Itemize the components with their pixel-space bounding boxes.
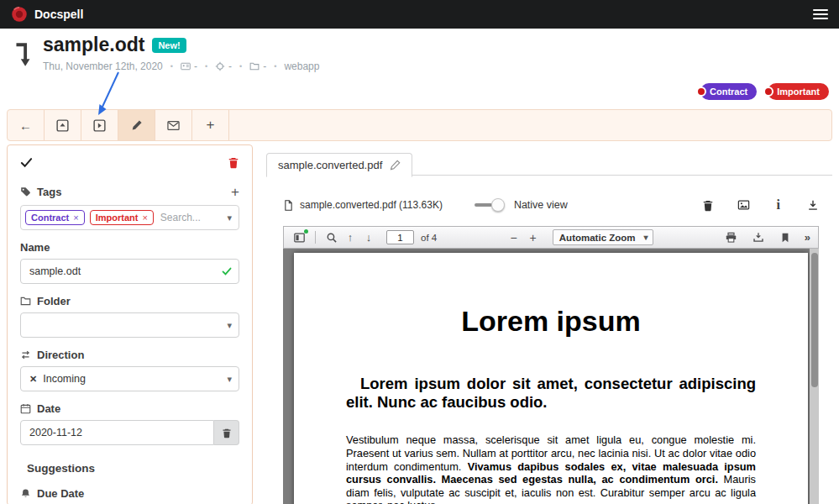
zoom-out-button[interactable]: − bbox=[506, 232, 521, 244]
bell-icon bbox=[20, 488, 31, 499]
folder-value: - bbox=[263, 60, 266, 72]
direction-select[interactable]: ✕ Incoming ▾ bbox=[20, 366, 239, 391]
clear-date-button[interactable] bbox=[214, 420, 239, 445]
tag-pill-important[interactable]: Important bbox=[768, 83, 829, 100]
chevron-down-icon: ▾ bbox=[227, 374, 232, 385]
calendar-icon bbox=[20, 403, 31, 414]
brand[interactable]: Docspell bbox=[11, 6, 83, 23]
attachment-viewer: sample.converted.pdf (113.63K) Native vi… bbox=[283, 189, 819, 504]
due-date-label: Due Date bbox=[8, 476, 252, 504]
print-icon[interactable] bbox=[722, 228, 741, 246]
zoom-value: Automatic Zoom bbox=[559, 233, 636, 243]
address-card-icon bbox=[181, 61, 191, 71]
new-badge: New! bbox=[152, 38, 186, 53]
folder-meta: - bbox=[249, 60, 266, 72]
toolbar-more-button[interactable]: » bbox=[803, 231, 812, 244]
chevron-down-icon: ▾ bbox=[227, 320, 232, 331]
bookmark-icon[interactable] bbox=[776, 228, 794, 246]
concerning-value: - bbox=[228, 60, 232, 72]
zoom-in-button[interactable]: + bbox=[526, 232, 541, 244]
pdf-next-page-button[interactable]: ↓ bbox=[359, 228, 378, 246]
pdf-toolbar: ↑ ↓ of 4 − + Automatic Zoom ▾ bbox=[283, 226, 819, 249]
remove-tag-icon[interactable]: × bbox=[73, 213, 78, 223]
back-button[interactable]: ← bbox=[8, 110, 45, 140]
item-toolbar: ← + bbox=[7, 109, 832, 141]
clear-selection-icon[interactable]: ✕ bbox=[29, 374, 37, 385]
pdf-viewport[interactable]: Lorem ipsum Lorem ipsum dolor sit amet, … bbox=[283, 249, 819, 504]
pdf-scrollbar-thumb[interactable] bbox=[811, 253, 818, 387]
item-meta: Thu, November 12th, 2020 • - • - • - bbox=[43, 60, 319, 72]
chevron-down-icon: ▾ bbox=[227, 213, 232, 223]
zoom-select[interactable]: Automatic Zoom ▾ bbox=[553, 229, 653, 245]
tags-label: Tags bbox=[37, 186, 61, 198]
tag-multiselect[interactable]: Contract × Important × ▾ bbox=[20, 205, 239, 230]
native-view-toggle[interactable] bbox=[475, 198, 505, 212]
pdf-paragraph: Vestibulum neque massa, scelerisque sit … bbox=[346, 433, 756, 504]
tag-search-input[interactable] bbox=[159, 211, 211, 224]
top-navbar: Docspell bbox=[0, 0, 839, 29]
date-input[interactable] bbox=[20, 420, 214, 445]
pdf-prev-page-button[interactable]: ↑ bbox=[341, 228, 359, 246]
add-files-button[interactable]: + bbox=[192, 110, 229, 140]
pencil-icon bbox=[131, 119, 143, 131]
pdf-scrollbar[interactable] bbox=[810, 249, 819, 504]
page-title: sample.odt bbox=[43, 34, 144, 56]
page-count-label: of 4 bbox=[421, 233, 437, 243]
delete-item-button[interactable] bbox=[228, 156, 239, 169]
item-header: sample.odt New! Thu, November 12th, 2020… bbox=[13, 34, 319, 72]
edit-name-icon[interactable] bbox=[390, 160, 401, 171]
pdf-title: Lorem ipsum bbox=[346, 305, 756, 338]
file-info-button[interactable]: i bbox=[773, 198, 784, 212]
attachment-info-row: sample.converted.pdf (113.63K) Native vi… bbox=[283, 189, 819, 221]
direction-value: Incoming bbox=[43, 373, 86, 385]
attachment-file-name: sample.converted.pdf (113.63K) bbox=[300, 199, 443, 211]
attachment-tab-label: sample.converted.pdf bbox=[278, 159, 382, 171]
download-attachment-button[interactable] bbox=[807, 199, 819, 212]
folder-icon bbox=[20, 296, 31, 307]
source-value: webapp bbox=[284, 60, 319, 72]
folder-select[interactable]: ▾ bbox=[20, 312, 239, 338]
menu-icon[interactable] bbox=[813, 9, 828, 19]
prev-item-button[interactable] bbox=[45, 110, 81, 140]
bullet-separator: • bbox=[205, 62, 207, 71]
caret-square-right-icon bbox=[93, 119, 106, 132]
correspondent-value: - bbox=[194, 60, 197, 72]
item-tag-list: Contract Important bbox=[700, 83, 829, 100]
brand-name: Docspell bbox=[34, 8, 83, 21]
attachment-tab[interactable]: sample.converted.pdf bbox=[266, 153, 412, 177]
arrow-left-icon: ← bbox=[19, 118, 32, 133]
crosshair-icon bbox=[215, 61, 225, 71]
remove-tag-icon[interactable]: × bbox=[142, 213, 147, 223]
selected-tag-important[interactable]: Important × bbox=[90, 210, 154, 225]
toolbar-divider bbox=[315, 231, 316, 244]
pdf-download-icon[interactable] bbox=[749, 228, 768, 246]
file-icon bbox=[283, 199, 294, 212]
pdf-search-button[interactable] bbox=[322, 228, 341, 246]
caret-square-up-icon bbox=[56, 119, 69, 132]
tag-icon bbox=[20, 186, 31, 197]
tag-pill-contract[interactable]: Contract bbox=[700, 83, 757, 100]
folder-icon bbox=[249, 61, 260, 71]
selected-tag-label: Important bbox=[96, 213, 139, 223]
chevron-down-icon: ▾ bbox=[644, 233, 648, 242]
name-input[interactable] bbox=[20, 259, 239, 284]
name-label: Name bbox=[8, 230, 252, 259]
metadata-panel: Tags + Contract × Important × ▾ Name Fol… bbox=[7, 144, 253, 504]
preview-image-button[interactable] bbox=[737, 199, 750, 211]
selected-tag-contract[interactable]: Contract × bbox=[25, 210, 85, 225]
date-field-group bbox=[20, 420, 239, 445]
page-number-input[interactable] bbox=[386, 230, 414, 244]
confirm-metadata-button[interactable] bbox=[20, 156, 33, 169]
next-item-button[interactable] bbox=[81, 110, 118, 140]
suggestions-heading: Suggestions bbox=[8, 445, 252, 476]
delete-attachment-button[interactable] bbox=[702, 199, 714, 212]
date-label: Date bbox=[8, 391, 252, 420]
exchange-icon bbox=[20, 349, 31, 360]
send-mail-button[interactable] bbox=[155, 110, 192, 140]
sidebar-notification-dot bbox=[304, 229, 308, 234]
plus-icon: + bbox=[207, 117, 215, 134]
selected-tag-label: Contract bbox=[31, 213, 69, 223]
edit-metadata-button[interactable] bbox=[118, 110, 155, 140]
document-view: sample.converted.pdf sample.converted.pd… bbox=[266, 144, 832, 504]
add-tag-button[interactable]: + bbox=[231, 185, 239, 199]
